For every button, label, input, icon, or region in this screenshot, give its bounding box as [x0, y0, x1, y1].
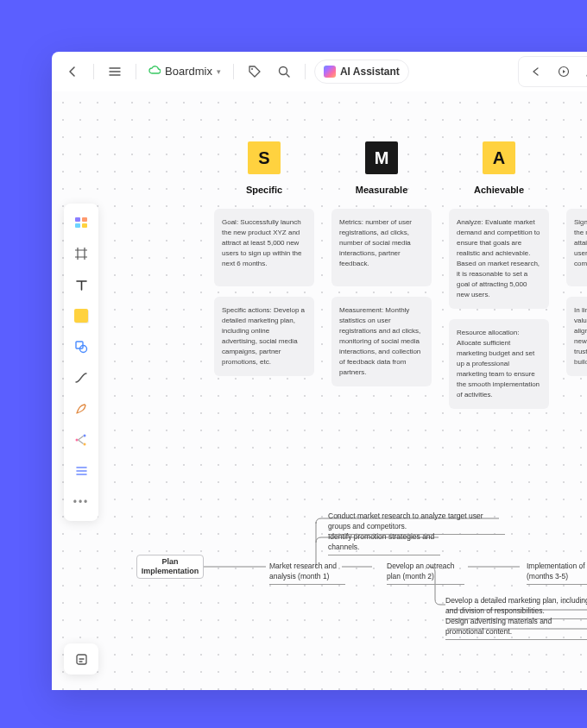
card[interactable]: Goal: Successfully launch the new produc… [214, 209, 314, 286]
card[interactable]: Measurement: Monthly statistics on user … [331, 297, 432, 386]
more-tools[interactable]: ••• [69, 490, 93, 514]
text-tool[interactable] [69, 273, 93, 297]
card[interactable]: Metrics: number of user registrations, a… [331, 209, 432, 286]
back-button[interactable] [60, 60, 85, 84]
play-button[interactable] [552, 60, 576, 84]
svg-rect-5 [75, 223, 80, 228]
mindmap-node[interactable]: Develop an outreach plan (month 2) [387, 560, 464, 585]
right-toolbar [518, 56, 587, 87]
cloud-icon [148, 65, 161, 78]
separator [233, 64, 234, 79]
mindmap-root[interactable]: Plan Implementation [136, 555, 204, 579]
mindmap[interactable]: Plan Implementation Market research and … [129, 493, 587, 690]
svg-rect-6 [82, 223, 87, 228]
card[interactable]: Resource allocation: Allocate sufficient… [449, 319, 549, 409]
canvas[interactable]: ••• S Specific Goal: Successfully launch… [52, 91, 587, 690]
card[interactable]: Specific actions: Develop a detailed mar… [214, 297, 314, 376]
confetti-icon[interactable] [579, 60, 587, 84]
connector-tool[interactable] [69, 366, 93, 390]
smart-column-s: S Specific Goal: Successfully launch the… [211, 141, 318, 386]
letter-badge: S [248, 141, 281, 174]
column-title: Achievable [474, 185, 524, 195]
chevron-down-icon: ▾ [217, 67, 221, 76]
smart-column-m: M Measurable Metrics: number of user reg… [328, 141, 435, 397]
document-title[interactable]: Boardmix ▾ [145, 65, 224, 78]
menu-button[interactable] [103, 60, 127, 84]
mindmap-node[interactable]: Identify promotion strategies and channe… [328, 530, 440, 555]
svg-rect-3 [75, 217, 80, 222]
shape-tool[interactable] [69, 335, 93, 359]
ai-assistant-button[interactable]: AI Assistant [314, 60, 409, 84]
column-title: Specific [246, 185, 282, 195]
letter-badge: A [483, 141, 515, 174]
svg-point-10 [84, 435, 86, 437]
card[interactable]: Analyze: Evaluate market demand and comp… [449, 209, 549, 309]
ai-label: AI Assistant [340, 66, 400, 78]
sticky-note-tool[interactable] [69, 304, 93, 328]
table-tool[interactable] [69, 459, 93, 483]
svg-point-9 [76, 439, 79, 442]
svg-point-1 [279, 66, 287, 74]
letter-badge: M [365, 141, 398, 174]
pen-tool[interactable] [69, 397, 93, 421]
svg-rect-4 [82, 217, 87, 222]
app-logo-icon[interactable] [69, 210, 93, 235]
mindmap-node[interactable]: Design advertising materials and promoti… [445, 615, 587, 640]
card[interactable]: Significance: The launch of the new prod… [566, 209, 587, 286]
mindmap-node[interactable]: Implementation of outreach activities (m… [527, 560, 587, 585]
smart-column-a: A Achievable Analyze: Evaluate market de… [445, 141, 552, 419]
document-name: Boardmix [165, 65, 212, 78]
separator [93, 64, 94, 79]
svg-point-11 [84, 443, 86, 446]
mindmap-tool[interactable] [69, 428, 93, 452]
mindmap-node[interactable]: Market research and analysis (month 1) [269, 560, 345, 585]
ai-icon [324, 66, 336, 78]
layers-button[interactable] [64, 643, 98, 675]
svg-rect-7 [76, 342, 83, 348]
topbar: Boardmix ▾ AI Assistant [52, 52, 587, 91]
card[interactable]: In line with company values, the objecti… [566, 297, 587, 376]
column-title: Measurable [356, 185, 408, 195]
chevron-left-icon[interactable] [524, 60, 548, 84]
tag-button[interactable] [243, 60, 267, 84]
svg-point-0 [251, 68, 253, 70]
separator [305, 64, 306, 79]
smart-column-r: Significance: The launch of the new prod… [563, 141, 587, 386]
search-button[interactable] [272, 60, 296, 84]
frame-tool[interactable] [69, 242, 93, 266]
side-toolbar: ••• [64, 204, 98, 521]
separator [136, 64, 136, 79]
